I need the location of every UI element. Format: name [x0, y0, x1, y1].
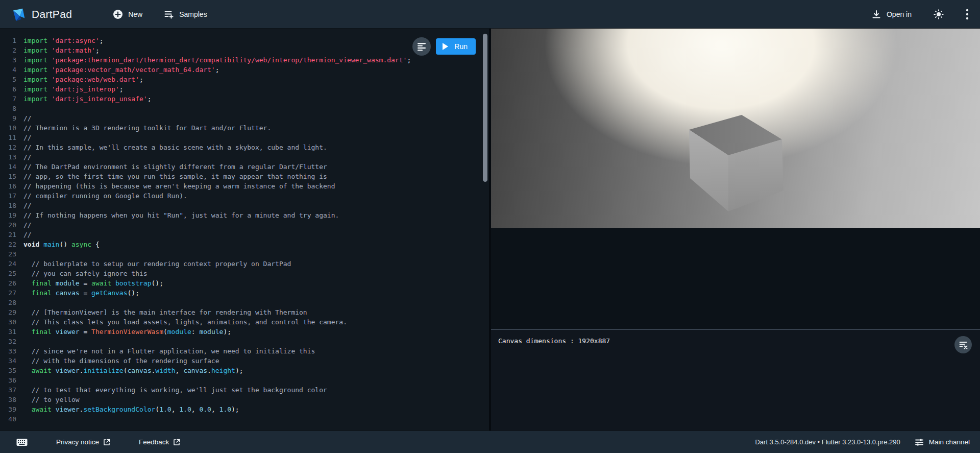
code-line[interactable]: 24 // boilerplate to setup our rendering… — [2, 259, 489, 269]
tune-icon — [915, 438, 924, 447]
line-number: 24 — [2, 259, 16, 269]
code-line[interactable]: 17// compiler running on Google Cloud Ru… — [2, 191, 489, 201]
line-number: 33 — [2, 346, 16, 356]
line-number: 2 — [2, 45, 16, 55]
code-line[interactable]: 39 await viewer.setBackgroundColor(1.0, … — [2, 404, 489, 414]
code-line[interactable]: 25 // you can safely ignore this — [2, 269, 489, 278]
code-line[interactable]: 12// In this sample, we'll create a basi… — [2, 142, 489, 152]
line-number: 40 — [2, 414, 16, 424]
line-number: 23 — [2, 249, 16, 259]
dart-logo-icon — [11, 7, 27, 22]
code-line[interactable]: 33 // since we're not in a Flutter appli… — [2, 346, 489, 356]
header: DartPad New Samples — [0, 0, 980, 29]
line-number: 32 — [2, 337, 16, 346]
code-line[interactable]: 11// — [2, 133, 489, 142]
download-icon — [871, 9, 881, 19]
code-line[interactable]: 37 // to test that everything is working… — [2, 385, 489, 395]
cube-render — [491, 29, 980, 228]
dartpad-app: DartPad New Samples — [0, 0, 980, 453]
privacy-notice-link[interactable]: Privacy notice — [53, 438, 113, 446]
editor-scrollbar[interactable] — [483, 34, 487, 182]
keyboard-shortcuts-button[interactable] — [13, 438, 31, 447]
clear-console-button[interactable] — [954, 336, 972, 353]
line-number: 18 — [2, 201, 16, 210]
brightness-icon — [933, 9, 944, 20]
line-number: 7 — [2, 94, 16, 104]
brand: DartPad — [11, 7, 72, 22]
line-number: 25 — [2, 269, 16, 278]
code-line[interactable]: 40 — [2, 414, 489, 424]
code-line[interactable]: 22void main() async { — [2, 240, 489, 249]
code-line[interactable]: 15// app, so the first time you run this… — [2, 172, 489, 181]
code-line[interactable]: 27 final canvas = getCanvas(); — [2, 288, 489, 298]
code-line[interactable]: 19// If nothing happens when you hit "Ru… — [2, 210, 489, 220]
code-line[interactable]: 14// The DartPad environment is slightly… — [2, 162, 489, 172]
open-in-button[interactable]: Open in — [867, 6, 916, 22]
feedback-label: Feedback — [139, 438, 169, 446]
code-line[interactable]: 13// — [2, 152, 489, 162]
render-viewport-3d[interactable] — [491, 29, 980, 228]
code-line[interactable]: 6import 'dart:js_interop'; — [2, 84, 489, 94]
code-line[interactable]: 3import 'package:thermion_dart/thermion_… — [2, 55, 489, 65]
line-number: 35 — [2, 366, 16, 375]
clear-console-icon — [959, 340, 968, 349]
code-editor[interactable]: 1import 'dart:async';2import 'dart:math'… — [0, 29, 489, 431]
line-number: 6 — [2, 84, 16, 94]
line-number: 1 — [2, 36, 16, 45]
play-icon — [442, 43, 448, 50]
code-line[interactable]: 29 // [ThermionViewer] is the main inter… — [2, 307, 489, 317]
line-number: 37 — [2, 385, 16, 395]
keyboard-icon — [16, 438, 28, 446]
header-actions-left: New Samples — [109, 6, 211, 22]
line-number: 11 — [2, 133, 16, 142]
code-line[interactable]: 16// happening (this is because we aren'… — [2, 181, 489, 191]
code-line[interactable]: 30 // This class lets you load assets, l… — [2, 317, 489, 327]
overflow-menu-button[interactable] — [962, 6, 973, 23]
code-line[interactable]: 35 await viewer.initialize(canvas.width,… — [2, 366, 489, 375]
line-number: 30 — [2, 317, 16, 327]
format-button[interactable] — [412, 37, 431, 56]
playlist-add-icon — [164, 9, 174, 19]
code-line[interactable]: 8 — [2, 104, 489, 113]
line-number: 9 — [2, 113, 16, 123]
code-line[interactable]: 9// — [2, 113, 489, 123]
line-number: 31 — [2, 327, 16, 337]
line-number: 3 — [2, 55, 16, 65]
code-line[interactable]: 18// — [2, 201, 489, 210]
console-panel[interactable]: Canvas dimensions : 980x453 — [491, 330, 980, 431]
run-button[interactable]: Run — [436, 38, 476, 55]
code-line[interactable]: 32 — [2, 337, 489, 346]
line-number: 13 — [2, 152, 16, 162]
code-line[interactable]: 10// Thermion is a 3D rendering toolkit … — [2, 123, 489, 133]
code-line[interactable]: 23 — [2, 249, 489, 259]
feedback-link[interactable]: Feedback — [136, 438, 183, 446]
line-number: 26 — [2, 278, 16, 288]
code-line[interactable]: 36 — [2, 375, 489, 385]
version-info: Dart 3.5.0-284.0.dev • Flutter 3.23.0-13… — [755, 438, 900, 446]
footer-left: Privacy notice Feedback — [13, 438, 183, 447]
code-line[interactable]: 34 // with the dimensions of the renderi… — [2, 356, 489, 366]
code-line[interactable]: 20// — [2, 220, 489, 230]
code-line[interactable]: 28 — [2, 298, 489, 307]
console-output: Canvas dimensions : 980x453 — [498, 337, 610, 345]
line-number: 17 — [2, 191, 16, 201]
format-align-icon — [417, 42, 426, 51]
code-line[interactable]: 5import 'package:web/web.dart'; — [2, 75, 489, 84]
samples-button[interactable]: Samples — [160, 6, 211, 22]
code-line[interactable]: 31 final viewer = ThermionViewerWasm(mod… — [2, 327, 489, 337]
theme-toggle-button[interactable] — [929, 6, 948, 23]
channel-label: Main channel — [929, 438, 970, 446]
line-number: 28 — [2, 298, 16, 307]
new-button[interactable]: New — [109, 6, 146, 22]
code-line[interactable]: 38 // to yellow — [2, 395, 489, 404]
line-number: 21 — [2, 230, 16, 240]
code-line[interactable]: 4import 'package:vector_math/vector_math… — [2, 65, 489, 75]
line-number: 29 — [2, 307, 16, 317]
channel-selector[interactable]: Main channel — [912, 437, 973, 447]
samples-button-label: Samples — [179, 10, 207, 18]
code-line[interactable]: 26 final module = await bootstrap(); — [2, 278, 489, 288]
line-number: 19 — [2, 210, 16, 220]
line-number: 34 — [2, 356, 16, 366]
code-line[interactable]: 7import 'dart:js_interop_unsafe'; — [2, 94, 489, 104]
code-line[interactable]: 21// — [2, 230, 489, 240]
